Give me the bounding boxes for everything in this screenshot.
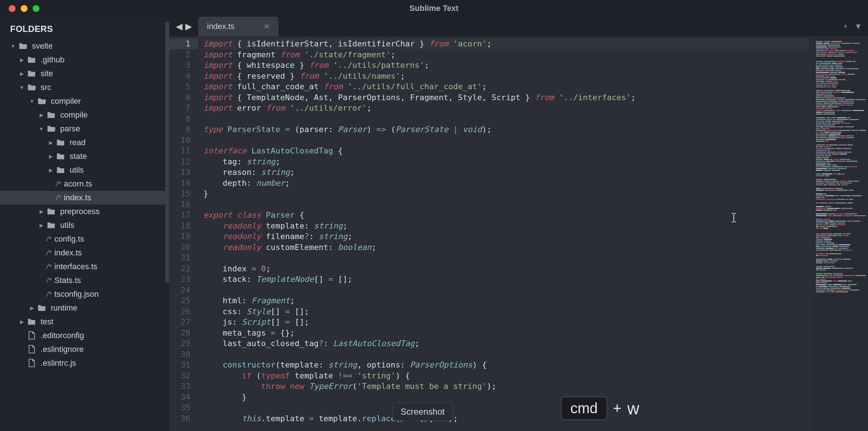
- code-line[interactable]: constructor(template: string, options: P…: [203, 360, 809, 370]
- tree-item-preprocess[interactable]: ▶preprocess: [0, 205, 169, 218]
- tree-item-state[interactable]: ▶state: [0, 149, 169, 163]
- file-icon: [27, 332, 36, 340]
- tree-item--editorconfig[interactable]: .editorconfig: [0, 329, 169, 342]
- code-line[interactable]: this.template = template.replace(/\s+$/,…: [203, 413, 809, 424]
- code-line[interactable]: import { whitespace } from '../utils/pat…: [203, 60, 809, 71]
- nav-back-icon[interactable]: ◀: [176, 21, 182, 32]
- code-line[interactable]: readonly customElement: boolean;: [203, 242, 809, 253]
- code-line[interactable]: [203, 285, 809, 296]
- tree-item-site[interactable]: ▶site: [0, 67, 169, 81]
- line-number: 20: [169, 242, 190, 253]
- code-line[interactable]: html: Fragment;: [203, 295, 809, 306]
- tree-arrow-icon[interactable]: ▶: [38, 112, 44, 118]
- tree-item-index-ts[interactable]: /*index.ts: [0, 246, 169, 260]
- tree-arrow-icon[interactable]: ▶: [48, 140, 54, 145]
- tree-arrow-icon[interactable]: ▼: [29, 98, 35, 104]
- code-body[interactable]: import { isIdentifierStart, isIdentifier…: [198, 36, 814, 431]
- code-line[interactable]: }: [203, 188, 809, 199]
- tree-item-parse[interactable]: ▼parse: [0, 122, 169, 136]
- tree-arrow-icon[interactable]: ▶: [29, 305, 35, 311]
- code-line[interactable]: [203, 135, 809, 146]
- code-line[interactable]: interface LastAutoClosedTag {: [203, 145, 809, 156]
- tree-item-label: .github: [41, 55, 65, 65]
- maximize-window-button[interactable]: [33, 5, 40, 12]
- code-line[interactable]: [203, 114, 809, 124]
- code-line[interactable]: throw new TypeError('Template must be a …: [203, 381, 809, 392]
- code-line[interactable]: js: Script[] = [];: [203, 317, 809, 328]
- tree-item--eslintrc-js[interactable]: .eslintrc.js: [0, 356, 169, 370]
- line-number: 6: [169, 92, 190, 103]
- code-line[interactable]: import error from '../utils/error';: [203, 103, 809, 114]
- tree-item-src[interactable]: ▼src: [0, 81, 169, 94]
- code-line[interactable]: import full_char_code_at from '../utils/…: [203, 81, 809, 92]
- window-title: Sublime Text: [409, 4, 458, 13]
- tree-item-utils[interactable]: ▶utils: [0, 218, 169, 232]
- code-line[interactable]: import fragment from './state/fragment';: [203, 49, 809, 60]
- code-line[interactable]: [203, 402, 809, 413]
- code-line[interactable]: css: Style[] = [];: [203, 306, 809, 317]
- tab-dropdown-icon[interactable]: ▼: [854, 22, 862, 31]
- tree-arrow-icon[interactable]: ▶: [48, 167, 54, 173]
- tree-arrow-icon[interactable]: ▼: [38, 126, 44, 132]
- minimap[interactable]: [814, 36, 868, 431]
- code-line[interactable]: meta_tags = {};: [203, 328, 809, 338]
- line-number: 25: [169, 295, 190, 306]
- line-number: 31: [169, 360, 190, 370]
- tab-close-icon[interactable]: ✕: [264, 22, 270, 31]
- tree-arrow-icon[interactable]: ▼: [10, 43, 16, 49]
- code-line[interactable]: if (typeof template !== 'string') {: [203, 370, 809, 381]
- tree-item-config-ts[interactable]: /*config.ts: [0, 232, 169, 246]
- tree-item-acorn-ts[interactable]: /*acorn.ts: [0, 177, 169, 191]
- tab-bar: ◀ ▶ index.ts ✕ + ▼: [169, 17, 868, 36]
- tree-item-compiler[interactable]: ▼compiler: [0, 94, 169, 108]
- code-line[interactable]: depth: number;: [203, 178, 809, 189]
- code-line[interactable]: last_auto_closed_tag?: LastAutoClosedTag…: [203, 338, 809, 349]
- tree-arrow-icon[interactable]: ▼: [19, 85, 25, 90]
- tree-arrow-icon[interactable]: ▶: [38, 209, 44, 214]
- sidebar-scrollbar[interactable]: [165, 22, 169, 283]
- tree-item-interfaces-ts[interactable]: /*interfaces.ts: [0, 260, 169, 274]
- tree-arrow-icon[interactable]: ▶: [19, 71, 25, 77]
- tree-item-utils[interactable]: ▶utils: [0, 163, 169, 177]
- code-line[interactable]: readonly filename?: string;: [203, 231, 809, 242]
- text-cursor-icon: [730, 213, 737, 225]
- tree-arrow-icon[interactable]: ▶: [19, 319, 25, 325]
- tree-item--github[interactable]: ▶.github: [0, 53, 169, 67]
- tree-item-label: read: [70, 138, 86, 147]
- code-line[interactable]: import { reserved } from '../utils/names…: [203, 71, 809, 82]
- code-line[interactable]: [203, 199, 809, 210]
- line-number: 7: [169, 103, 190, 114]
- tree-item-compile[interactable]: ▶compile: [0, 108, 169, 122]
- tab-active[interactable]: index.ts ✕: [198, 17, 278, 36]
- code-line[interactable]: type ParserState = (parser: Parser) => (…: [203, 124, 809, 135]
- code-line[interactable]: reason: string;: [203, 167, 809, 178]
- tree-item--eslintignore[interactable]: .eslintignore: [0, 342, 169, 356]
- tree-item-label: test: [41, 317, 53, 327]
- tree-item-read[interactable]: ▶read: [0, 136, 169, 149]
- tree-item-svelte[interactable]: ▼svelte: [0, 39, 169, 53]
- code-line[interactable]: readonly template: string;: [203, 221, 809, 231]
- tree-item-runtime[interactable]: ▶runtime: [0, 301, 169, 315]
- tree-item-Stats-ts[interactable]: /*Stats.ts: [0, 274, 169, 287]
- code-line[interactable]: [203, 253, 809, 263]
- close-window-button[interactable]: [9, 5, 16, 12]
- code-line[interactable]: }: [203, 392, 809, 403]
- nav-forward-icon[interactable]: ▶: [185, 21, 192, 32]
- code-line[interactable]: tag: string;: [203, 156, 809, 167]
- minimize-window-button[interactable]: [21, 5, 28, 12]
- tree-arrow-icon[interactable]: ▶: [38, 222, 44, 228]
- tree-item-label: index.ts: [64, 193, 91, 202]
- tree-item-test[interactable]: ▶test: [0, 315, 169, 329]
- tree-arrow-icon[interactable]: ▶: [19, 57, 25, 63]
- code-line[interactable]: stack: TemplateNode[] = [];: [203, 274, 809, 285]
- tree-item-tsconfig-json[interactable]: /*tsconfig.json: [0, 287, 169, 301]
- tree-item-label: compiler: [51, 97, 81, 106]
- code-line[interactable]: [203, 349, 809, 360]
- tree-item-index-ts[interactable]: /*index.ts: [0, 191, 169, 205]
- new-tab-icon[interactable]: +: [843, 22, 848, 31]
- code-line[interactable]: index = 0;: [203, 263, 809, 274]
- code-line[interactable]: export class Parser {: [203, 210, 809, 221]
- code-line[interactable]: import { TemplateNode, Ast, ParserOption…: [203, 92, 809, 103]
- code-line[interactable]: import { isIdentifierStart, isIdentifier…: [203, 38, 809, 49]
- tree-arrow-icon[interactable]: ▶: [48, 153, 54, 159]
